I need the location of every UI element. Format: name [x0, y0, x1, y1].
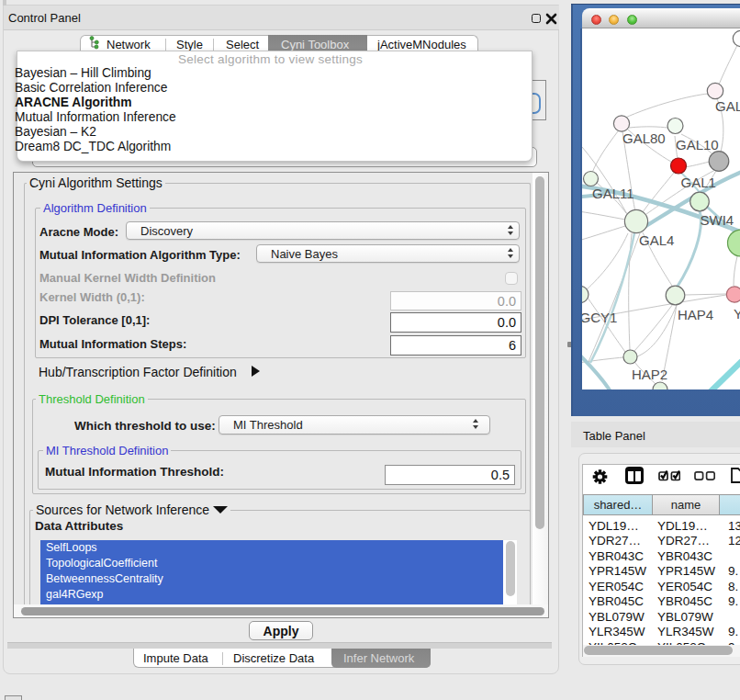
svg-text:GAL: GAL: [715, 98, 740, 114]
svg-text:HAP4: HAP4: [678, 307, 713, 322]
svg-text:SWI4: SWI4: [701, 212, 734, 228]
svg-text:GAL1: GAL1: [681, 175, 716, 190]
svg-text:GAL10: GAL10: [676, 137, 719, 152]
svg-text:GAL80: GAL80: [622, 130, 666, 146]
svg-text:GCY1: GCY1: [582, 310, 617, 325]
svg-text:GAL4: GAL4: [639, 232, 674, 248]
svg-text:GAL11: GAL11: [592, 186, 634, 201]
svg-text:Y: Y: [734, 306, 740, 322]
svg-text:HAP2: HAP2: [632, 367, 667, 382]
